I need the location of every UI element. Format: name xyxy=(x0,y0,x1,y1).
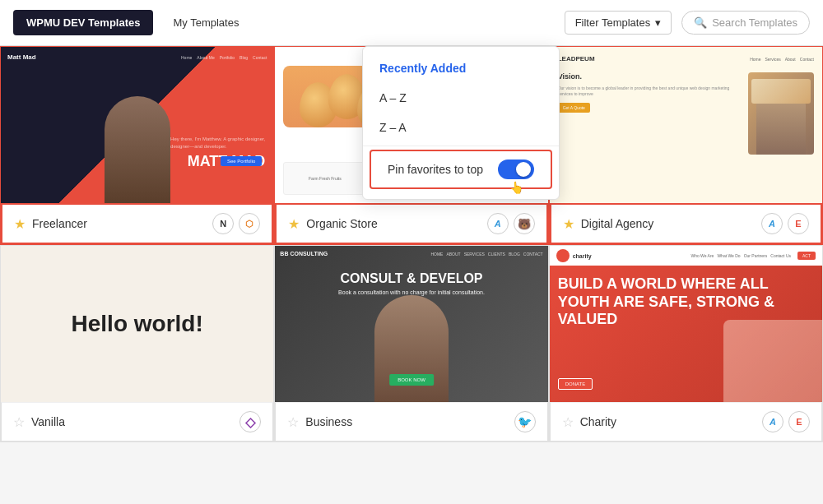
template-card-business[interactable]: BB CONSULTING HOMEABOUTSERVICESCLIENTSBL… xyxy=(274,245,548,442)
business-icons: 🐦 xyxy=(514,411,536,432)
tab-wpmu-dev[interactable]: WPMU DEV Templates xyxy=(13,10,153,35)
chevron-down-icon: ▾ xyxy=(655,16,661,29)
business-footer: ☆ Business 🐦 xyxy=(275,402,547,442)
pin-favorites-row: Pin favorites to top 👆 xyxy=(370,150,552,189)
business-thumbnail: BB CONSULTING HOMEABOUTSERVICESCLIENTSBL… xyxy=(275,246,547,402)
filter-templates-button[interactable]: Filter Templates ▾ xyxy=(565,11,672,35)
charity-icons: A E xyxy=(762,411,810,432)
avada-icon: A xyxy=(487,213,509,234)
elementor-icon: E xyxy=(788,213,809,234)
search-placeholder-text: Search Templates xyxy=(712,16,797,29)
notion-icon: N xyxy=(212,213,234,234)
vanilla-star[interactable]: ☆ xyxy=(13,414,25,430)
agency-footer: ★ Digital Agency A E xyxy=(550,203,822,244)
tab-my-templates[interactable]: My Templates xyxy=(160,10,252,35)
pin-label: Pin favorites to top xyxy=(388,163,483,176)
template-card-vanilla[interactable]: Hello world! ☆ Vanilla ◇ xyxy=(0,245,274,442)
organic-star[interactable]: ★ xyxy=(288,216,300,232)
divi-icon: ◇ xyxy=(239,411,261,432)
agency-thumbnail: LEADPEUM HomeServicesAboutContact Vision… xyxy=(550,47,822,203)
search-icon: 🔍 xyxy=(694,16,707,29)
hummingbird-icon: 🐦 xyxy=(514,411,536,432)
filter-label: Filter Templates xyxy=(575,16,651,29)
vanilla-name: Vanilla xyxy=(31,415,239,428)
freelancer-icons: N ⬡ xyxy=(212,213,260,234)
header-actions: Filter Templates ▾ 🔍 Search Templates xyxy=(565,11,810,35)
vanilla-thumbnail: Hello world! xyxy=(1,246,273,402)
agency-name: Digital Agency xyxy=(581,217,761,230)
sort-dropdown: Recently Added A – Z Z – A Pin favorites… xyxy=(362,46,560,200)
agency-star[interactable]: ★ xyxy=(563,216,574,232)
organic-footer: ★ Organic Store A 🐻 xyxy=(275,203,547,244)
freelancer-name: Freelancer xyxy=(32,217,212,230)
search-templates-box[interactable]: 🔍 Search Templates xyxy=(681,11,810,35)
charity-thumbnail: charity Who We AreWhat We DoOur Partners… xyxy=(550,246,822,402)
avada-icon-3: A xyxy=(762,411,783,432)
header: WPMU DEV Templates My Templates Filter T… xyxy=(0,0,823,46)
agency-icons: A E xyxy=(761,213,809,234)
organic-icons: A 🐻 xyxy=(487,213,535,234)
sort-za[interactable]: Z – A xyxy=(363,113,559,142)
charity-star[interactable]: ☆ xyxy=(562,414,574,430)
freelancer-footer: ★ Freelancer N ⬡ xyxy=(1,203,273,244)
business-name: Business xyxy=(305,415,514,428)
charity-footer: ☆ Charity A E xyxy=(550,402,822,442)
bear-icon: 🐻 xyxy=(514,213,535,234)
elementor-icon-2: E xyxy=(788,411,810,432)
avada-icon-2: A xyxy=(761,213,783,234)
template-card-agency[interactable]: LEADPEUM HomeServicesAboutContact Vision… xyxy=(549,46,823,245)
layers-icon: ⬡ xyxy=(239,213,260,234)
pin-favorites-toggle[interactable]: 👆 xyxy=(498,160,534,179)
sort-az[interactable]: A – Z xyxy=(363,83,559,113)
vanilla-footer: ☆ Vanilla ◇ xyxy=(1,402,273,442)
organic-name: Organic Store xyxy=(306,217,486,230)
dropdown-divider xyxy=(363,146,559,146)
business-star[interactable]: ☆ xyxy=(287,414,299,430)
sort-recently-added[interactable]: Recently Added xyxy=(363,53,559,83)
charity-name: Charity xyxy=(580,415,762,428)
freelancer-thumbnail: Matt Mad HomeAbout MePortfolioBlogContac… xyxy=(1,47,273,203)
template-card-freelancer[interactable]: Matt Mad HomeAbout MePortfolioBlogContac… xyxy=(0,46,274,245)
freelancer-star[interactable]: ★ xyxy=(14,216,26,232)
vanilla-icons: ◇ xyxy=(239,411,261,432)
template-card-charity[interactable]: charity Who We AreWhat We DoOur Partners… xyxy=(549,245,823,442)
